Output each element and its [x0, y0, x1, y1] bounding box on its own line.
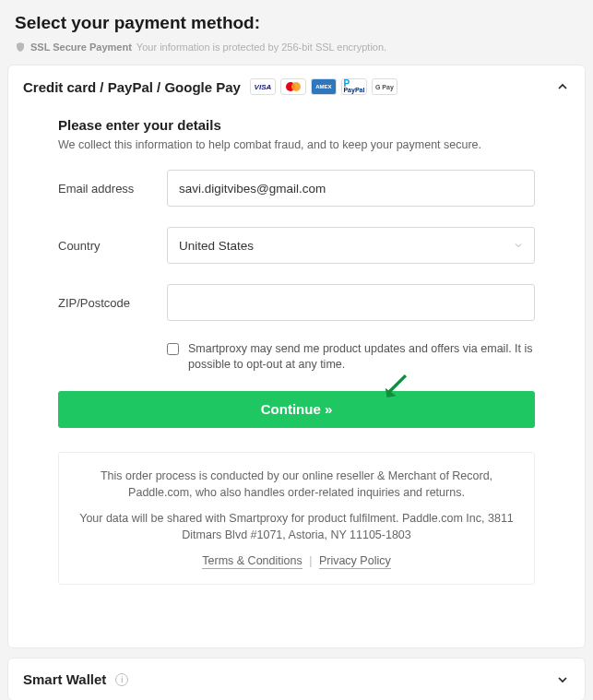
smart-wallet-label: Smart Wallet	[23, 671, 106, 687]
ssl-sub: Your information is protected by 256-bit…	[136, 42, 386, 53]
country-select[interactable]	[167, 227, 535, 264]
merchant-info-box: This order process is conducted by our o…	[58, 452, 535, 586]
paypal-icon: PPayPal	[341, 78, 367, 95]
mastercard-icon	[280, 78, 306, 95]
marketing-optin-checkbox[interactable]	[167, 343, 179, 355]
privacy-link[interactable]: Privacy Policy	[319, 554, 391, 569]
zip-input[interactable]	[167, 284, 535, 321]
ssl-secure-row: SSL Secure Payment Your information is p…	[7, 41, 586, 65]
email-input[interactable]	[167, 170, 535, 207]
merchant-info-line1: This order process is conducted by our o…	[79, 468, 514, 501]
chevron-up-icon	[555, 79, 570, 94]
country-label: Country	[58, 239, 167, 253]
merchant-info-line2: Your data will be shared with Smartproxy…	[79, 510, 514, 543]
continue-button[interactable]: Continue »	[58, 391, 535, 428]
smart-wallet-accordion-header[interactable]: Smart Wallet i	[8, 658, 585, 700]
ssl-label: SSL Secure Payment	[30, 42, 132, 53]
details-desc: We collect this information to help comb…	[58, 138, 535, 151]
link-separator: |	[309, 554, 312, 567]
email-label: Email address	[58, 182, 167, 196]
payment-brand-icons: VISA AMEX PPayPal G Pay	[250, 78, 397, 95]
shield-icon	[15, 41, 26, 53]
page-title: Select your payment method:	[7, 7, 586, 41]
credit-card-panel: Credit card / PayPal / Google Pay VISA A…	[7, 65, 586, 648]
chevron-down-icon	[555, 672, 570, 687]
info-icon[interactable]: i	[115, 673, 128, 686]
marketing-optin-label: Smartproxy may send me product updates a…	[188, 341, 535, 373]
googlepay-icon: G Pay	[372, 78, 397, 95]
amex-icon: AMEX	[311, 78, 337, 95]
details-title: Please enter your details	[58, 117, 535, 133]
credit-card-accordion-header[interactable]: Credit card / PayPal / Google Pay VISA A…	[8, 65, 585, 108]
smart-wallet-panel: Smart Wallet i	[7, 658, 586, 700]
credit-card-label: Credit card / PayPal / Google Pay	[23, 79, 241, 95]
visa-icon: VISA	[250, 78, 276, 95]
zip-label: ZIP/Postcode	[58, 296, 167, 310]
terms-link[interactable]: Terms & Conditions	[202, 554, 302, 569]
